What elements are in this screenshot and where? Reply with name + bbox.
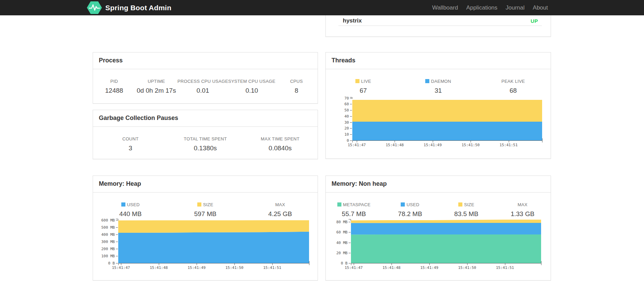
stat-daemon-threads: DAEMON 31 bbox=[401, 79, 476, 94]
status-badge: UP bbox=[531, 17, 538, 24]
stat-label: PEAK LIVE bbox=[476, 79, 551, 84]
svg-text:15:41:50: 15:41:50 bbox=[226, 265, 244, 270]
size-legend-swatch-icon bbox=[197, 202, 201, 207]
top-navbar: Spring Boot Admin Wallboard Applications… bbox=[0, 0, 644, 15]
svg-text:70: 70 bbox=[344, 96, 349, 101]
nav-item-journal[interactable]: Journal bbox=[502, 0, 529, 15]
stat-process-cpu: PROCESS CPU USAGE 0.01 bbox=[178, 79, 228, 94]
stat-label: SYSTEM CPU USAGE bbox=[228, 79, 275, 84]
heap-stats: USED 440 MB SIZE 597 MB MAX 4.25 GB bbox=[93, 193, 318, 218]
svg-text:60: 60 bbox=[344, 102, 349, 106]
stat-nonheap-used: USED 78.2 MB bbox=[382, 202, 438, 218]
stat-label: DAEMON bbox=[431, 79, 451, 84]
stat-nonheap-size: SIZE 83.5 MB bbox=[438, 202, 494, 218]
navbar-links: Wallboard Applications Journal About bbox=[428, 0, 552, 15]
nonheap-stats: METASPACE 55.7 MB USED 78.2 MB SIZE 83.5… bbox=[326, 193, 551, 218]
stat-label: LIVE bbox=[361, 79, 371, 84]
nonheap-card-title: Memory: Non heap bbox=[326, 176, 551, 193]
divider bbox=[338, 26, 542, 26]
svg-text:20 MB: 20 MB bbox=[336, 251, 348, 255]
live-legend-swatch-icon bbox=[355, 79, 359, 83]
used-legend-swatch-icon bbox=[121, 202, 125, 207]
stat-label: COUNT bbox=[93, 136, 168, 141]
spring-boot-admin-logo-icon bbox=[87, 1, 102, 14]
svg-text:15:41:49: 15:41:49 bbox=[420, 265, 439, 270]
threads-card: Threads LIVE 67 DAEMON 31 PEAK LIVE 68 1… bbox=[325, 52, 551, 159]
stat-label: MAX bbox=[243, 202, 318, 207]
used-legend-swatch-icon bbox=[401, 202, 405, 207]
svg-text:15:41:47: 15:41:47 bbox=[112, 265, 130, 270]
svg-text:15:41:51: 15:41:51 bbox=[496, 265, 514, 270]
threads-card-title: Threads bbox=[326, 52, 551, 69]
stat-pid: PID 12488 bbox=[93, 79, 135, 94]
stat-label: CPUS bbox=[275, 79, 318, 84]
svg-text:15:41:50: 15:41:50 bbox=[458, 265, 476, 270]
svg-text:300 MB: 300 MB bbox=[101, 240, 115, 244]
nav-item-wallboard[interactable]: Wallboard bbox=[428, 0, 462, 15]
svg-text:15:41:48: 15:41:48 bbox=[386, 143, 404, 147]
stat-value: 3 bbox=[93, 145, 168, 152]
process-stats: PID 12488 UPTIME 0d 0h 2m 17s PROCESS CP… bbox=[93, 69, 318, 94]
stat-heap-max: MAX 4.25 GB bbox=[243, 202, 318, 218]
stat-label: MAX TIME SPENT bbox=[243, 136, 318, 141]
stat-uptime: UPTIME 0d 0h 2m 17s bbox=[135, 79, 178, 94]
daemon-legend-swatch-icon bbox=[425, 79, 429, 83]
stat-label: USED bbox=[127, 202, 140, 207]
svg-text:40 MB: 40 MB bbox=[336, 241, 348, 245]
nav-item-about[interactable]: About bbox=[529, 0, 552, 15]
svg-text:40: 40 bbox=[344, 114, 349, 119]
stat-value: 0.10 bbox=[228, 87, 275, 94]
size-legend-swatch-icon bbox=[458, 202, 462, 207]
svg-text:30: 30 bbox=[344, 120, 349, 125]
gc-stats: COUNT 3 TOTAL TIME SPENT 0.1380s MAX TIM… bbox=[93, 127, 318, 152]
stat-live-threads: LIVE 67 bbox=[326, 79, 401, 94]
metaspace-legend-swatch-icon bbox=[337, 202, 341, 207]
stat-value: 8 bbox=[275, 87, 318, 94]
brand[interactable]: Spring Boot Admin bbox=[87, 0, 171, 15]
stat-heap-size: SIZE 597 MB bbox=[168, 202, 243, 218]
gc-pauses-card: Garbage Collection Pauses COUNT 3 TOTAL … bbox=[93, 110, 318, 159]
svg-text:80 MB: 80 MB bbox=[336, 220, 348, 224]
svg-text:200 MB: 200 MB bbox=[101, 247, 115, 251]
nonheap-memory-chart: 15:41:4715:41:4815:41:4915:41:5015:41:51… bbox=[326, 217, 551, 273]
stat-gc-max-time: MAX TIME SPENT 0.0840s bbox=[243, 136, 318, 152]
stat-value: 0d 0h 2m 17s bbox=[135, 87, 178, 94]
memory-heap-card: Memory: Heap USED 440 MB SIZE 597 MB MAX… bbox=[93, 176, 318, 280]
nav-item-applications[interactable]: Applications bbox=[462, 0, 502, 15]
svg-text:20: 20 bbox=[344, 126, 349, 131]
stat-label: SIZE bbox=[464, 202, 474, 207]
svg-text:15:41:50: 15:41:50 bbox=[462, 143, 480, 147]
gc-card-title: Garbage Collection Pauses bbox=[93, 110, 318, 127]
stat-label: SIZE bbox=[203, 202, 213, 207]
svg-text:15:41:48: 15:41:48 bbox=[383, 265, 401, 270]
svg-text:60 MB: 60 MB bbox=[336, 230, 348, 234]
stat-cpus: CPUS 8 bbox=[275, 79, 318, 94]
threads-chart: 15:41:4715:41:4815:41:4915:41:5015:41:51… bbox=[326, 93, 551, 149]
svg-text:15:41:51: 15:41:51 bbox=[500, 143, 518, 147]
process-card-title: Process bbox=[93, 52, 318, 69]
stat-value: 0.1380s bbox=[168, 145, 243, 152]
stat-value: 0.01 bbox=[178, 87, 228, 94]
heap-memory-chart: 15:41:4715:41:4815:41:4915:41:5015:41:51… bbox=[93, 217, 318, 273]
stat-label: METASPACE bbox=[343, 202, 371, 207]
svg-text:0: 0 bbox=[347, 138, 349, 143]
stat-value: 0.0840s bbox=[243, 145, 318, 152]
stat-label: USED bbox=[407, 202, 419, 207]
service-name: hystrix bbox=[343, 17, 362, 24]
memory-nonheap-card: Memory: Non heap METASPACE 55.7 MB USED … bbox=[325, 176, 551, 280]
svg-text:15:41:48: 15:41:48 bbox=[150, 265, 168, 270]
svg-text:15:41:51: 15:41:51 bbox=[263, 265, 281, 270]
svg-text:0 B: 0 B bbox=[341, 261, 348, 265]
stat-label: MAX bbox=[494, 202, 551, 207]
svg-text:15:41:49: 15:41:49 bbox=[424, 143, 442, 147]
stat-system-cpu: SYSTEM CPU USAGE 0.10 bbox=[228, 79, 275, 94]
heap-card-title: Memory: Heap bbox=[93, 176, 318, 193]
svg-text:10: 10 bbox=[344, 132, 349, 137]
stat-value: 12488 bbox=[93, 87, 135, 94]
stat-label: PID bbox=[93, 79, 135, 84]
brand-title: Spring Boot Admin bbox=[105, 4, 171, 12]
svg-text:600 MB: 600 MB bbox=[101, 218, 115, 223]
svg-text:15:41:47: 15:41:47 bbox=[345, 265, 363, 270]
svg-text:500 MB: 500 MB bbox=[101, 225, 115, 230]
stat-label: PROCESS CPU USAGE bbox=[178, 79, 228, 84]
